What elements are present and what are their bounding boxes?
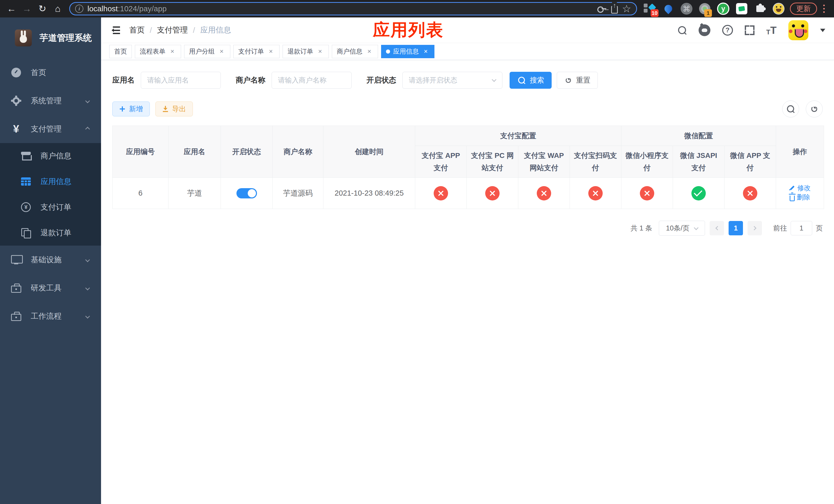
status-select[interactable] [402, 72, 502, 89]
bookmark-star-icon[interactable] [622, 4, 631, 14]
extension-command-icon[interactable] [681, 3, 693, 15]
sidebar-subitem-merchant-info[interactable]: 商户信息 [0, 143, 101, 169]
chevron-down-icon [85, 98, 90, 103]
extension-recorder-icon[interactable]: 1 [699, 3, 711, 15]
sidebar-item-infrastructure[interactable]: 基础设施 [0, 246, 101, 274]
tag-pay-order[interactable]: 支付订单 [233, 45, 280, 58]
goto-page-input[interactable] [791, 221, 812, 235]
status-x-icon [434, 186, 448, 201]
tag-merchant-info[interactable]: 商户信息 [332, 45, 378, 58]
page-size-select[interactable]: 10条/页 [659, 221, 705, 235]
toolbox-icon [10, 283, 22, 293]
close-icon[interactable] [169, 48, 176, 55]
tag-refund-order[interactable]: 退款订单 [283, 45, 329, 58]
search-icon[interactable] [678, 26, 687, 35]
close-icon[interactable] [366, 48, 373, 55]
chrome-update-button[interactable]: 更新 [790, 3, 817, 15]
col-actions: 操作 [776, 126, 824, 178]
group-wechat-config: 微信配置 [621, 126, 776, 146]
sidebar-item-home[interactable]: 首页 [0, 59, 101, 87]
tag-user-group[interactable]: 用户分组 [184, 45, 230, 58]
sidebar: 芋道管理系统 首页 系统管理 支付管理 商户信息 应用信息 [0, 18, 101, 504]
extensions-cluster: 10 1 y [642, 3, 787, 15]
group-alipay-config: 支付宝配置 [415, 126, 621, 146]
refresh-table-button[interactable] [806, 100, 823, 117]
sidebar-collapse-icon[interactable] [110, 26, 120, 34]
sidebar-item-system[interactable]: 系统管理 [0, 87, 101, 115]
tag-process-form[interactable]: 流程表单 [135, 45, 181, 58]
github-icon[interactable] [699, 24, 710, 36]
breadcrumb-payment[interactable]: 支付管理 [157, 25, 188, 36]
gear-icon [10, 96, 22, 106]
tag-home[interactable]: 首页 [109, 45, 132, 58]
browser-forward-icon[interactable]: → [20, 2, 34, 16]
status-select-input[interactable] [402, 72, 502, 89]
extension-badge: 10 [651, 9, 659, 17]
cell-wechat-lite [621, 178, 673, 209]
sidebar-item-dev-tools[interactable]: 研发工具 [0, 274, 101, 302]
sidebar-item-label: 系统管理 [31, 96, 62, 106]
toggle-search-button[interactable] [782, 100, 799, 117]
sidebar-subitem-pay-order[interactable]: 支付订单 [0, 194, 101, 220]
app-name-input[interactable] [141, 72, 221, 89]
page-number-1[interactable]: 1 [729, 221, 743, 235]
cell-alipay-pc [467, 178, 518, 209]
password-key-icon[interactable] [597, 6, 607, 12]
extension-y-icon[interactable]: y [717, 3, 729, 15]
close-icon[interactable] [422, 48, 430, 55]
tags-view: 首页 流程表单 用户分组 支付订单 退款订单 商户信息 应用信息 [101, 43, 834, 60]
browser-home-icon[interactable]: ⌂ [51, 2, 65, 16]
breadcrumb-home[interactable]: 首页 [129, 25, 145, 36]
edit-link[interactable]: 修改 [789, 184, 811, 192]
sidebar-subitem-app-info[interactable]: 应用信息 [0, 169, 101, 194]
cell-wechat-app [724, 178, 776, 209]
table-row: 6 芋道 芋道源码 2021-10-23 08:49:25 修改删 [113, 178, 824, 209]
tag-app-info[interactable]: 应用信息 [381, 45, 435, 58]
search-icon [787, 105, 795, 113]
export-button[interactable]: 导出 [155, 101, 193, 116]
sidebar-item-label: 基础设施 [31, 255, 62, 265]
add-button[interactable]: 新增 [112, 101, 150, 116]
cell-wechat-jsapi [673, 178, 724, 209]
site-info-icon[interactable] [75, 5, 83, 13]
font-size-icon[interactable] [766, 25, 776, 36]
dashboard-icon [10, 68, 22, 77]
enabled-toggle[interactable] [237, 188, 257, 199]
sidebar-item-label: 首页 [31, 67, 46, 78]
sidebar-item-payment[interactable]: 支付管理 [0, 115, 101, 143]
sidebar-subitem-refund-order[interactable]: 退款订单 [0, 220, 101, 246]
merchant-name-input[interactable] [271, 72, 352, 89]
merchant-name-label: 商户名称 [236, 75, 265, 85]
close-icon[interactable] [218, 48, 225, 55]
address-bar[interactable]: localhost:1024/pay/app [69, 2, 637, 15]
col-alipay-wap: 支付宝 WAP 网站支付 [518, 146, 570, 178]
fullscreen-icon[interactable] [745, 25, 754, 35]
browser-reload-icon[interactable]: ↻ [36, 2, 49, 16]
share-icon[interactable] [611, 6, 618, 14]
user-avatar[interactable] [788, 20, 808, 40]
extension-kite-icon[interactable] [662, 3, 675, 15]
prev-page-button[interactable] [710, 221, 724, 235]
toolbox-icon [10, 312, 22, 321]
sidebar-item-workflow[interactable]: 工作流程 [0, 302, 101, 330]
extensions-puzzle-icon[interactable] [754, 3, 766, 15]
browser-back-icon[interactable]: ← [5, 2, 19, 16]
pencil-icon [789, 185, 795, 191]
sidebar-logo[interactable]: 芋道管理系统 [0, 18, 101, 59]
cell-actions: 修改删除 [776, 178, 824, 209]
close-icon[interactable] [267, 48, 275, 55]
extension-chat-icon[interactable] [736, 3, 748, 15]
search-button[interactable]: 搜索 [510, 72, 552, 89]
next-page-button[interactable] [748, 221, 762, 235]
profile-emoji-avatar[interactable] [772, 3, 785, 15]
help-icon[interactable] [722, 25, 733, 36]
close-icon[interactable] [316, 48, 324, 55]
sidebar-item-label: 研发工具 [31, 283, 62, 293]
chrome-menu-dots-icon[interactable] [823, 8, 825, 9]
avatar-caret-icon[interactable] [820, 29, 825, 35]
delete-link[interactable]: 删除 [790, 193, 810, 202]
chevron-left-icon [715, 226, 720, 230]
extension-diamond-icon[interactable]: 10 [644, 3, 656, 15]
breadcrumb-current: 应用信息 [200, 25, 231, 36]
reset-button[interactable]: 重置 [557, 72, 598, 89]
